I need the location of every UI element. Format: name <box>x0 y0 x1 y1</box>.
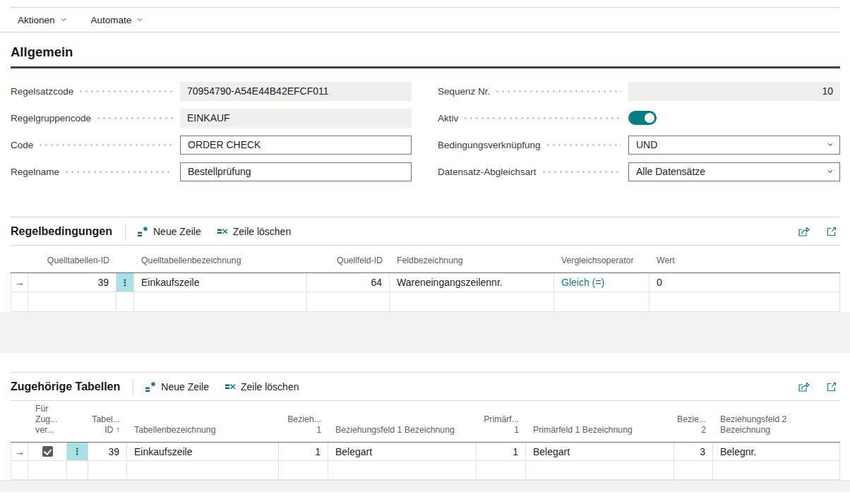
share-button[interactable] <box>795 378 813 395</box>
cell-primaerfeld-1-bezeichnung[interactable]: Belegart <box>526 443 674 461</box>
related-table-row[interactable]: → ⋮ 39 Einkaufszeile 1 Belegart 1 Belega… <box>11 442 840 461</box>
empty-cell[interactable] <box>526 461 674 480</box>
field-label: Regelname <box>11 167 59 177</box>
field-label: Regelgruppencode <box>11 113 91 124</box>
empty-cell[interactable] <box>477 461 526 480</box>
empty-cell <box>28 461 67 480</box>
aktiv-toggle[interactable] <box>628 111 657 125</box>
separator <box>133 379 133 395</box>
field-code: Code <box>11 131 412 158</box>
empty-cell <box>116 292 134 312</box>
assist-edit-button[interactable]: ⋮ <box>67 443 88 461</box>
cell-quellfeld-id[interactable]: 64 <box>307 273 390 292</box>
column-header-beziehungsfeld-1-bezeichnung[interactable]: Beziehungsfeld 1 Bezeichnung <box>328 404 477 442</box>
field-aktiv: Aktiv <box>438 104 840 131</box>
menu-automate[interactable]: Automate <box>91 15 144 25</box>
conditions-title[interactable]: Regelbedingungen <box>11 225 112 238</box>
column-header-wert[interactable]: Wert <box>650 256 840 272</box>
column-header-beziehungsfeld-1[interactable]: Bezieh... 1 <box>279 404 328 442</box>
open-in-new-window-icon <box>826 226 837 237</box>
row-checkbox[interactable] <box>42 446 53 457</box>
header-line: Für <box>35 404 48 414</box>
column-header-quelltabellenbezeichnung[interactable]: Quelltabellenbezeichnung <box>134 256 307 272</box>
select-value: Alle Datensätze <box>636 166 705 177</box>
cell-feldbezeichnung[interactable]: Wareneingangszeilennr. <box>390 273 554 292</box>
open-in-new-window-button[interactable] <box>823 378 840 395</box>
column-header-vergleichsoperator[interactable]: Vergleichsoperator <box>554 256 650 272</box>
related-table-row-empty[interactable] <box>11 461 840 480</box>
empty-cell[interactable] <box>674 461 713 480</box>
datensatz-abgleichsart-select[interactable]: Alle Datensätze <box>628 162 840 181</box>
cell-quelltabellenbezeichnung[interactable]: Einkaufszeile <box>134 273 307 292</box>
cell-vergleichsoperator[interactable]: Gleich (=) <box>554 273 650 292</box>
field-label: Datensatz-Abgleichsart <box>438 167 537 177</box>
menu-aktionen[interactable]: Aktionen <box>18 15 67 25</box>
cell-wert[interactable]: 0 <box>650 273 840 292</box>
empty-cell[interactable] <box>307 292 390 312</box>
bedingungsverknuepfung-select[interactable]: UND <box>628 136 840 155</box>
new-line-button[interactable]: Neue Zeile <box>137 226 201 237</box>
share-button[interactable] <box>795 223 813 240</box>
empty-cell[interactable] <box>28 292 116 312</box>
menu-automate-label: Automate <box>91 15 132 25</box>
empty-cell[interactable] <box>134 292 307 312</box>
cell-quelltabellen-id[interactable]: 39 <box>28 273 116 292</box>
empty-cell[interactable] <box>554 292 650 312</box>
field-label: Sequenz Nr. <box>438 86 490 97</box>
toggle-knob <box>645 113 654 123</box>
header-line: Primärf... <box>484 414 519 425</box>
column-header-quellfeld-id[interactable]: Quellfeld-ID <box>307 256 390 272</box>
cell-fuer-zug <box>28 443 67 461</box>
cell-beziehungsfeld-1[interactable]: 1 <box>279 443 328 461</box>
column-header-tabellenbezeichnung[interactable]: Tabellenbezeichnung <box>127 404 279 442</box>
code-input[interactable] <box>180 136 412 155</box>
field-datensatz-abgleichsart: Datensatz-Abgleichsart Alle Datensätze <box>438 158 840 185</box>
cell-beziehungsfeld-1-bezeichnung[interactable]: Belegart <box>328 443 477 461</box>
conditions-row-empty[interactable] <box>11 292 840 312</box>
dotted-leader <box>496 90 621 92</box>
field-regelsatzcode: Regelsatzcode 70954790-A54E44B42EFCF011 <box>11 78 412 104</box>
delete-line-button[interactable]: Zeile löschen <box>217 226 292 237</box>
dotted-leader <box>97 117 173 119</box>
field-label: Regelsatzcode <box>11 86 73 97</box>
regelname-input[interactable] <box>180 162 412 181</box>
delete-line-icon <box>225 381 236 392</box>
empty-cell[interactable] <box>328 461 477 480</box>
vertical-ellipsis-icon: ⋮ <box>121 277 130 288</box>
empty-cell[interactable] <box>88 461 127 480</box>
column-header-beziehungsfeld-2[interactable]: Bezie... 2 <box>674 404 713 442</box>
delete-line-icon <box>217 226 228 237</box>
header-line: 1 <box>514 425 519 436</box>
empty-cell <box>67 461 88 480</box>
empty-cell[interactable] <box>279 461 328 480</box>
section-title-allgemein[interactable]: Allgemein <box>11 44 840 68</box>
empty-cell[interactable] <box>713 461 840 480</box>
empty-cell[interactable] <box>650 292 840 312</box>
header-line: Bezieh... <box>287 414 321 425</box>
cell-primaerfeld-1[interactable]: 1 <box>477 443 526 461</box>
open-in-new-window-button[interactable] <box>823 223 840 240</box>
vergleichsoperator-link[interactable]: Gleich (=) <box>561 277 604 288</box>
delete-line-button[interactable]: Zeile löschen <box>225 381 299 392</box>
related-table-header: Für Zug... ver... Tabel... ID ↑ Tabellen… <box>11 404 840 442</box>
cell-tabellen-id[interactable]: 39 <box>88 443 127 461</box>
current-row-indicator: → <box>11 443 28 461</box>
column-header-primaerfeld-1[interactable]: Primärf... 1 <box>477 404 526 442</box>
related-tables-title[interactable]: Zugehörige Tabellen <box>11 380 120 393</box>
column-header-fuer-zug[interactable]: Für Zug... ver... <box>28 404 67 442</box>
assist-edit-button[interactable]: ⋮ <box>116 273 134 292</box>
cell-beziehungsfeld-2-bezeichnung[interactable]: Belegnr. <box>713 443 840 461</box>
empty-cell[interactable] <box>390 292 554 312</box>
column-header-primaerfeld-1-bezeichnung[interactable]: Primärfeld 1 Bezeichnung <box>526 404 674 442</box>
column-header-tabellen-id[interactable]: Tabel... ID ↑ <box>88 404 127 442</box>
share-icon <box>798 381 810 392</box>
empty-cell[interactable] <box>127 461 279 480</box>
conditions-row[interactable]: → 39 ⋮ Einkaufszeile 64 Wareneingangszei… <box>11 272 840 292</box>
conditions-section-filler <box>0 312 850 353</box>
cell-tabellenbezeichnung[interactable]: Einkaufszeile <box>127 443 279 461</box>
column-header-beziehungsfeld-2-bezeichnung[interactable]: Beziehungsfeld 2 Bezeichnung <box>713 404 840 442</box>
column-header-feldbezeichnung[interactable]: Feldbezeichnung <box>390 256 554 272</box>
column-header-quelltabellen-id[interactable]: Quelltabellen-ID <box>28 256 116 272</box>
cell-beziehungsfeld-2[interactable]: 3 <box>674 443 713 461</box>
new-line-button[interactable]: Neue Zeile <box>145 381 209 392</box>
